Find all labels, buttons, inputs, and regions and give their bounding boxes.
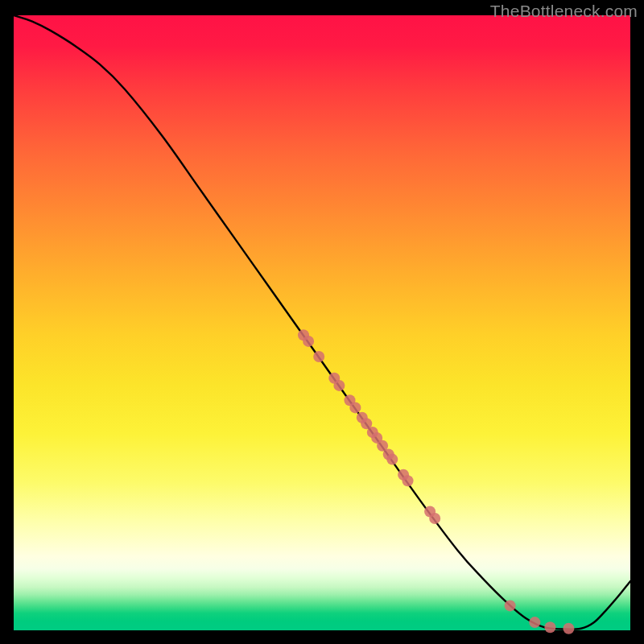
data-point: [402, 475, 414, 486]
data-point: [544, 621, 555, 633]
data-point: [386, 454, 398, 465]
data-point: [333, 380, 345, 391]
data-point: [313, 351, 324, 362]
plot-area: [14, 15, 630, 630]
data-point: [505, 600, 516, 611]
curve-line: [14, 15, 630, 630]
data-point: [303, 336, 314, 347]
chart-frame: TheBottleneck.com: [0, 0, 644, 644]
data-point: [349, 402, 361, 413]
data-point: [563, 623, 574, 634]
data-point: [529, 617, 540, 628]
bottleneck-curve: [14, 15, 630, 630]
data-points-group: [298, 329, 574, 634]
data-point: [429, 513, 440, 524]
